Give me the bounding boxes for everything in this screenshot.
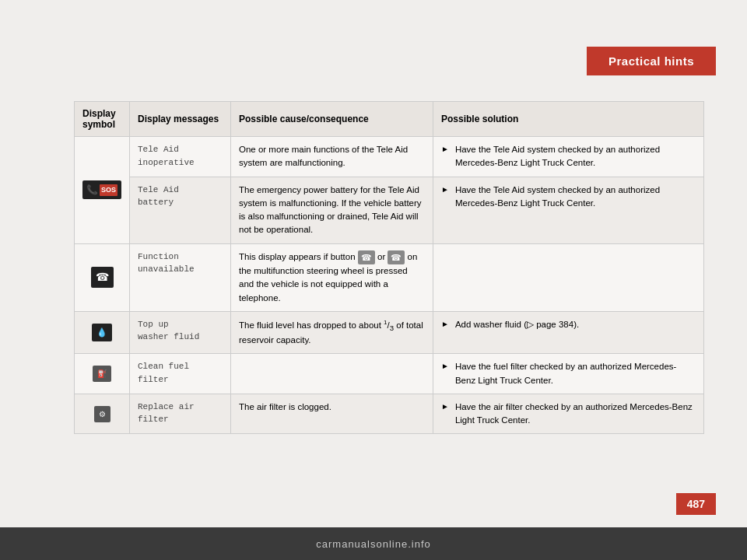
cause-3: This display appears if button ☎ or ☎ on… [231,243,433,311]
table-row: 📞 SOS Tele Aidinoperative One or more ma… [75,137,704,177]
solution-2: ► Have the Tele Aid system checked by an… [433,177,704,243]
solution-5: ► Have the fuel filter checked by an aut… [433,354,704,394]
solution-4: ► Add washer fluid (▷ page 384). [433,311,704,354]
cause-1: One or more main functions of the Tele A… [231,137,433,177]
col-header-solution: Possible solution [433,102,704,137]
table-row: Tele Aidbattery The emergency power batt… [75,177,704,243]
table-row: ⚙ Replace air filter The air filter is c… [75,394,704,434]
symbol-air-filter: ⚙ [75,394,130,434]
cause-5 [231,354,433,394]
section-title: Practical hints [587,47,716,75]
footer-brand: carmanualsonline.info [316,538,430,550]
main-content: Display symbol Display messages Possible… [74,101,704,434]
display-message-4: Top upwasher fluid [130,311,231,354]
table-row: 💧 Top upwasher fluid The fluid level has… [75,311,704,354]
solution-1: ► Have the Tele Aid system checked by an… [433,137,704,177]
page-number: 487 [676,493,716,515]
table-row: ☎ Functionunavailable This display appea… [75,243,704,311]
footer: carmanualsonline.info [0,527,747,560]
cause-6: The air filter is clogged. [231,394,433,434]
solution-6: ► Have the air filter checked by an auth… [433,394,704,434]
col-header-messages: Display messages [130,102,231,137]
data-table: Display symbol Display messages Possible… [74,101,704,434]
display-message-2: Tele Aidbattery [130,177,231,243]
symbol-fuel-filter: ⛽ [75,354,130,394]
col-header-cause: Possible cause/consequence [231,102,433,137]
col-header-symbol: Display symbol [75,102,130,137]
symbol-washer: 💧 [75,311,130,354]
display-message-1: Tele Aidinoperative [130,137,231,177]
display-message-6: Replace air filter [130,394,231,434]
symbol-phone: ☎ [75,243,130,311]
solution-3 [433,243,704,311]
display-message-5: Clean fuel filter [130,354,231,394]
display-message-3: Functionunavailable [130,243,231,311]
table-row: ⛽ Clean fuel filter ► Have the fuel filt… [75,354,704,394]
cause-2: The emergency power battery for the Tele… [231,177,433,243]
symbol-sos: 📞 SOS [75,137,130,244]
cause-4: The fluid level has dropped to about 1/3… [231,311,433,354]
